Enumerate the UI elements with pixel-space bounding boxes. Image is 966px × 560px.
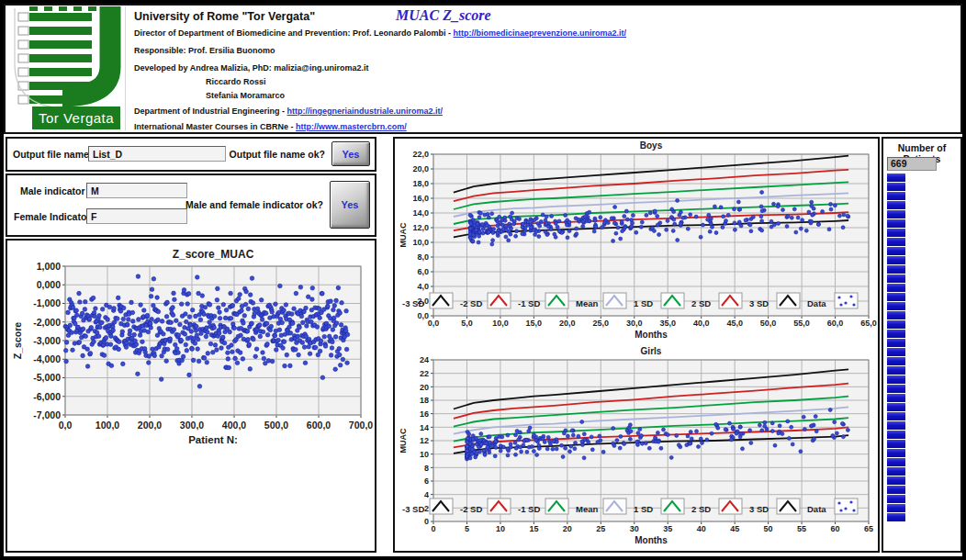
svg-text:12,0: 12,0 (412, 223, 429, 232)
svg-text:10: 10 (496, 524, 505, 533)
patient-cell (887, 210, 905, 218)
male-indicator-input[interactable] (86, 183, 187, 198)
patient-cell (887, 320, 905, 329)
developer-2: Riccardo Rossi (206, 77, 648, 86)
svg-text:Months: Months (635, 535, 668, 545)
svg-text:300,0: 300,0 (180, 420, 204, 431)
patient-cell (887, 412, 905, 420)
svg-text:Boys: Boys (640, 140, 663, 151)
department-line: Department of Industrial Engineering - h… (134, 106, 648, 116)
svg-text:20: 20 (420, 383, 429, 392)
patient-cell (887, 265, 905, 274)
svg-text:MUAC: MUAC (399, 222, 408, 247)
patient-cell (887, 467, 905, 476)
svg-text:20: 20 (563, 524, 572, 533)
svg-text:-2 SD: -2 SD (460, 504, 482, 514)
svg-text:18: 18 (420, 396, 429, 405)
svg-text:8,0: 8,0 (417, 252, 429, 262)
patient-cell (887, 256, 905, 264)
svg-text:100,0: 100,0 (95, 420, 119, 431)
female-indicator-label: Female Indicator (14, 211, 90, 222)
patient-cell (887, 513, 905, 521)
svg-text:3 SD: 3 SD (749, 298, 769, 308)
svg-text:5,0: 5,0 (461, 319, 473, 328)
tor-vergata-logo: Tor Vergata (7, 6, 126, 130)
patient-cell (887, 339, 905, 347)
svg-text:2 SD: 2 SD (691, 504, 711, 514)
svg-text:12: 12 (420, 436, 429, 445)
output-file-ok-label: Output file name ok? (230, 149, 325, 160)
svg-text:10,0: 10,0 (412, 238, 429, 247)
svg-text:Patient N:: Patient N: (188, 434, 238, 445)
svg-text:200,0: 200,0 (138, 420, 162, 431)
patient-cell (887, 183, 905, 191)
patient-cell (887, 174, 905, 182)
svg-text:-7,000: -7,000 (33, 409, 61, 420)
girls-chart: 0510152025303540455055606524222018161412… (395, 345, 878, 551)
svg-text:15: 15 (529, 524, 538, 533)
svg-text:10,0: 10,0 (492, 319, 509, 328)
header-panel: Tor Vergata University of Rome "Tor Verg… (4, 4, 962, 134)
svg-text:10: 10 (420, 450, 429, 459)
svg-text:65: 65 (864, 524, 873, 533)
mastercbrn-link[interactable]: http://www.mastercbrn.com/ (296, 122, 407, 131)
svg-text:60: 60 (831, 524, 840, 533)
patient-cell (887, 311, 905, 319)
svg-text:55: 55 (797, 524, 806, 533)
svg-text:4: 4 (424, 490, 429, 499)
svg-text:2: 2 (424, 504, 429, 513)
svg-text:60,0: 60,0 (827, 319, 844, 328)
biomedicine-link[interactable]: http://biomedicinaeprevenzione.uniroma2.… (454, 28, 627, 38)
svg-text:14: 14 (420, 423, 429, 432)
patient-cell (887, 458, 905, 466)
svg-text:2 SD: 2 SD (691, 298, 711, 308)
output-file-box: Output file name Output file name ok? Ye… (6, 137, 376, 172)
patient-cell (887, 431, 905, 439)
svg-text:-1 SD: -1 SD (518, 504, 540, 514)
patient-cell (887, 375, 905, 384)
svg-text:20,0: 20,0 (412, 164, 429, 174)
patient-cell (887, 348, 905, 356)
svg-text:0,0: 0,0 (428, 319, 440, 328)
svg-text:15,0: 15,0 (526, 319, 543, 328)
svg-text:35: 35 (663, 524, 672, 533)
svg-text:50,0: 50,0 (760, 319, 777, 328)
patients-array-indicator (887, 174, 905, 522)
patient-cell (887, 476, 905, 485)
patient-cell (887, 238, 905, 246)
female-indicator-input[interactable] (86, 208, 187, 224)
patient-cell (887, 201, 905, 209)
svg-text:-1 SD: -1 SD (518, 298, 540, 308)
svg-text:65,0: 65,0 (860, 319, 877, 328)
patient-cell (887, 229, 905, 237)
patient-cell (887, 449, 905, 457)
svg-text:Z_score: Z_score (12, 322, 23, 359)
svg-text:MUAC: MUAC (399, 428, 408, 453)
app-content: Tor Vergata University of Rome "Tor Verg… (4, 4, 962, 556)
svg-text:20,0: 20,0 (559, 319, 576, 328)
svg-text:22,0: 22,0 (412, 150, 429, 159)
output-file-input[interactable] (88, 146, 226, 162)
svg-text:Z_score_MUAC: Z_score_MUAC (173, 248, 254, 261)
patient-cell (887, 504, 905, 512)
zscore-chart-panel: 0,0100,0200,0300,0400,0500,0600,0700,01,… (6, 239, 376, 553)
patient-cell (887, 403, 905, 411)
svg-text:40,0: 40,0 (693, 319, 710, 328)
svg-text:40: 40 (697, 524, 706, 533)
svg-text:1 SD: 1 SD (634, 504, 653, 514)
engineering-link[interactable]: http://ingegneriaindustriale.uniroma2.it… (287, 106, 444, 116)
svg-text:55,0: 55,0 (793, 319, 810, 328)
responsible-line: Responsible: Prof. Ersilia Buonomo (134, 46, 648, 55)
page-title: MUAC Z_score (396, 7, 491, 24)
svg-text:600,0: 600,0 (307, 420, 331, 431)
zscore-scatter-chart: 0,0100,0200,0300,0400,0500,0600,0700,01,… (8, 242, 374, 474)
svg-text:-3,000: -3,000 (33, 335, 61, 346)
growth-charts-panel: 0,05,010,015,020,025,030,035,040,045,050… (393, 137, 880, 553)
patient-cell (887, 330, 905, 338)
patient-cell (887, 192, 905, 200)
boys-chart: 0,05,010,015,020,025,030,035,040,045,050… (395, 140, 878, 345)
mf-ok-button[interactable]: Yes (330, 181, 370, 229)
patient-cell (887, 421, 905, 430)
output-file-ok-button[interactable]: Yes (331, 141, 370, 166)
developed-by-line: Developed by Andrea Malizia, PhD: malizi… (134, 63, 648, 73)
